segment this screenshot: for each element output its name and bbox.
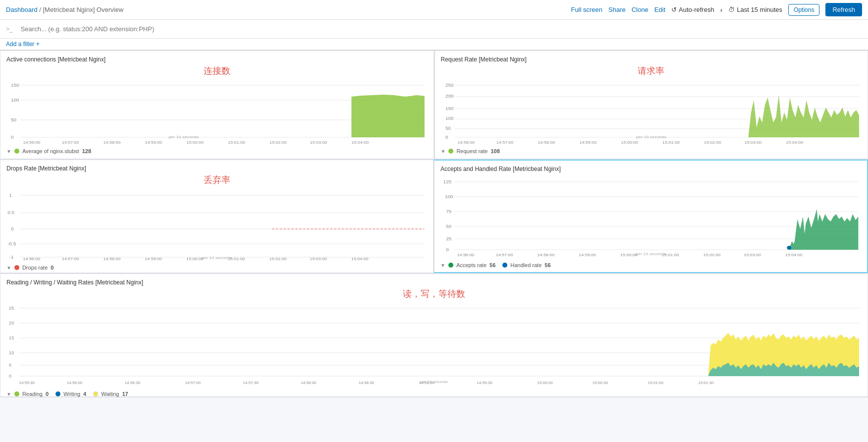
legend-label-waiting: Waiting: [101, 391, 119, 397]
svg-text:5: 5: [9, 363, 11, 368]
svg-text:15:00:00: 15:00:00: [186, 140, 204, 144]
accepts-handled-chart: 125 100 75 50 25 0 14:56:00 14:57:00 14:…: [440, 174, 861, 260]
svg-text:15:04:00: 15:04:00: [351, 140, 369, 144]
svg-text:15:01:00: 15:01:00: [648, 381, 664, 385]
svg-text:15:03:00: 15:03:00: [310, 140, 327, 144]
svg-text:0: 0: [11, 226, 14, 231]
svg-text:100: 100: [445, 194, 453, 199]
rww-legend: ▼ Reading 0 Writing 4 Waiting 17: [6, 391, 862, 397]
svg-text:14:56:00: 14:56:00: [23, 256, 41, 261]
svg-text:15:00:00: 15:00:00: [621, 140, 638, 144]
legend-value-3: 0: [51, 265, 54, 271]
search-bar: >_: [0, 20, 868, 39]
svg-text:15:03:00: 15:03:00: [744, 252, 761, 257]
legend-label-writing: Writing: [63, 391, 80, 397]
svg-text:14:58:00: 14:58:00: [104, 140, 121, 144]
svg-text:-1: -1: [9, 255, 14, 260]
refresh-icon: ↺: [671, 6, 677, 13]
svg-text:15:04:00: 15:04:00: [786, 140, 803, 144]
legend-value-accepts: 56: [489, 262, 495, 268]
svg-text:15:00:00: 15:00:00: [186, 256, 204, 261]
legend-chevron-4[interactable]: ▼: [440, 263, 445, 268]
search-prompt-icon: >_: [6, 26, 13, 33]
svg-text:14:56:00: 14:56:00: [23, 140, 41, 144]
svg-text:15:01:30: 15:01:30: [698, 381, 714, 385]
request-rate-title: Request Rate [Metricbeat Nginx]: [441, 56, 862, 63]
svg-text:14:58:00: 14:58:00: [537, 252, 554, 257]
refresh-button[interactable]: Refresh: [825, 3, 862, 16]
time-prev-arrow[interactable]: ‹: [720, 6, 723, 14]
legend-dot-2: [448, 149, 453, 154]
clone-link[interactable]: Clone: [632, 6, 649, 13]
svg-text:0: 0: [9, 374, 11, 379]
dashboard-link[interactable]: Dashboard: [6, 6, 38, 13]
legend-chevron-2[interactable]: ▼: [441, 149, 446, 154]
legend-label-accepts: Accepts rate: [456, 262, 487, 268]
legend-dot-accepts: [448, 263, 453, 268]
svg-text:50: 50: [445, 126, 450, 131]
svg-text:per 10 seconds: per 10 seconds: [420, 380, 447, 384]
auto-refresh-toggle[interactable]: ↺ Auto-refresh: [671, 6, 714, 13]
legend-dot-3: [14, 265, 19, 270]
svg-text:15:00:00: 15:00:00: [620, 252, 638, 257]
svg-text:200: 200: [445, 94, 453, 99]
time-range-picker[interactable]: ⏱ Last 15 minutes: [728, 6, 782, 13]
legend-value-1: 128: [82, 148, 91, 154]
svg-text:0.5: 0.5: [7, 210, 14, 215]
svg-text:100: 100: [11, 98, 19, 103]
svg-text:-0.5: -0.5: [7, 241, 16, 246]
svg-text:20: 20: [9, 321, 14, 326]
svg-text:15:03:00: 15:03:00: [744, 140, 761, 144]
row-2: Drops Rate [Metricbeat Nginx] 丢弃率 1 0.5 …: [0, 160, 868, 274]
legend-value-waiting: 17: [122, 391, 128, 397]
fullscreen-link[interactable]: Full screen: [571, 6, 602, 13]
svg-text:per 10 seconds: per 10 seconds: [168, 134, 199, 139]
svg-text:14:56:00: 14:56:00: [457, 140, 475, 144]
svg-text:14:58:00: 14:58:00: [103, 256, 120, 261]
reading-writing-waiting-panel: Reading / Writing / Waiting Rates [Metri…: [0, 274, 868, 397]
svg-text:14:59:00: 14:59:00: [145, 256, 162, 261]
legend-dot-waiting: [93, 391, 98, 396]
active-connections-panel: Active connections [Metricbeat Nginx] 连接…: [0, 51, 434, 159]
edit-link[interactable]: Edit: [654, 6, 665, 13]
legend-label-2: Request rate: [456, 148, 488, 154]
svg-text:14:57:00: 14:57:00: [62, 256, 79, 261]
svg-text:15:04:00: 15:04:00: [785, 252, 803, 257]
add-filter-button[interactable]: Add a filter +: [6, 41, 40, 48]
svg-text:25: 25: [9, 306, 14, 311]
svg-text:14:58:00: 14:58:00: [301, 381, 317, 385]
options-button[interactable]: Options: [788, 4, 819, 16]
svg-text:14:59:00: 14:59:00: [579, 252, 596, 257]
legend-chevron-5[interactable]: ▼: [6, 391, 11, 397]
row-1: Active connections [Metricbeat Nginx] 连接…: [0, 51, 868, 160]
svg-text:75: 75: [446, 209, 451, 214]
legend-label-3: Drops rate: [22, 265, 48, 271]
row-3: Reading / Writing / Waiting Rates [Metri…: [0, 274, 868, 397]
svg-text:150: 150: [11, 83, 19, 88]
search-input[interactable]: [16, 23, 862, 35]
svg-text:15:02:00: 15:02:00: [704, 252, 721, 257]
legend-chevron-3[interactable]: ▼: [6, 265, 11, 271]
clock-icon: ⏱: [728, 6, 735, 13]
request-rate-legend: ▼ Request rate 108: [441, 148, 862, 154]
share-link[interactable]: Share: [608, 6, 626, 13]
svg-text:15:02:00: 15:02:00: [270, 256, 287, 261]
svg-text:14:59:30: 14:59:30: [477, 381, 492, 385]
svg-marker-40: [744, 95, 859, 137]
legend-dot-writing: [55, 391, 60, 396]
svg-text:50: 50: [11, 117, 16, 122]
legend-chevron-1[interactable]: ▼: [6, 149, 11, 154]
svg-text:per 10 seconds: per 10 seconds: [202, 255, 232, 260]
svg-text:15:00:00: 15:00:00: [537, 381, 553, 385]
svg-text:per 10 seconds: per 10 seconds: [636, 134, 666, 139]
legend-label-handled: Handled rate: [510, 262, 542, 268]
svg-text:14:58:00: 14:58:00: [538, 140, 555, 144]
request-rate-chart: 250 200 150 100 50 0 14:56:00 14:57:00 1…: [441, 78, 862, 146]
svg-text:0: 0: [446, 247, 449, 252]
rww-chart: 25 20 15 10 5 0 14:55:30 14:56:00: [6, 301, 862, 389]
active-connections-subtitle: 连接数: [6, 65, 428, 77]
svg-text:0: 0: [11, 135, 14, 140]
svg-text:15: 15: [9, 335, 14, 340]
svg-text:25: 25: [446, 236, 451, 241]
legend-label-1: Average of nginx.stubst: [22, 148, 79, 154]
